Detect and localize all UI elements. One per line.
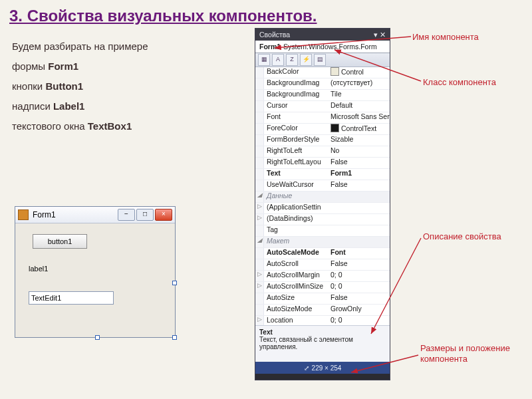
- close-button[interactable]: ×: [155, 209, 172, 221]
- property-grid[interactable]: BackColorControlBackgroundImag(отсутству…: [255, 67, 390, 325]
- properties-panel: Свойства ▾ ✕ Form1 System.Windows.Forms.…: [255, 28, 390, 380]
- property-row[interactable]: ForeColorControlText: [255, 124, 390, 135]
- property-row[interactable]: ▷AutoScrollMargin0; 0: [255, 271, 390, 282]
- property-row[interactable]: CursorDefault: [255, 101, 390, 112]
- minimize-button[interactable]: −: [118, 209, 135, 221]
- intro-text: Будем разбирать на примере формы Form1 к…: [12, 37, 218, 136]
- property-category[interactable]: ◢Макет: [255, 237, 390, 248]
- panel-header-buttons[interactable]: ▾ ✕: [374, 31, 386, 39]
- component-class: System.Windows.Forms.Form: [283, 43, 377, 51]
- object-selector[interactable]: Form1 System.Windows.Forms.Form: [255, 41, 390, 53]
- property-row[interactable]: ▷(ApplicationSettin: [255, 203, 390, 214]
- component-name: Form1: [259, 43, 281, 51]
- property-row[interactable]: UseWaitCursorFalse: [255, 180, 390, 192]
- button1[interactable]: button1: [33, 234, 87, 249]
- callout-size: Размеры и положение компонента: [420, 343, 513, 364]
- property-row[interactable]: Tag: [255, 225, 390, 237]
- property-row[interactable]: FormBorderStyleSizable: [255, 135, 390, 146]
- categorized-icon[interactable]: ▦: [258, 54, 270, 66]
- callout-name: Имя компонента: [412, 32, 505, 43]
- titlebar[interactable]: Form1 − □ ×: [15, 207, 175, 223]
- panel-header[interactable]: Свойства ▾ ✕: [255, 29, 390, 41]
- property-row[interactable]: ▷AutoScrollMinSize0; 0: [255, 282, 390, 293]
- callout-class: Класс компонента: [423, 77, 516, 88]
- property-row[interactable]: TextForm1: [255, 169, 390, 180]
- callout-desc: Описание свойства: [423, 231, 516, 242]
- property-row[interactable]: AutoScrollFalse: [255, 259, 390, 271]
- label1: label1: [29, 265, 48, 273]
- property-row[interactable]: RightToLeftNo: [255, 146, 390, 158]
- property-row[interactable]: BackColorControl: [255, 67, 390, 78]
- status-bar: ⤢ 229 × 254: [255, 362, 390, 374]
- size-icon: ⤢: [304, 364, 309, 372]
- property-row[interactable]: AutoSizeFalse: [255, 293, 390, 305]
- textedit1[interactable]: [29, 291, 114, 305]
- panel-toolbar: ▦ A Z ⚡ ▤: [255, 53, 390, 67]
- property-row[interactable]: ▷Location0; 0: [255, 316, 390, 325]
- events-icon[interactable]: ⚡: [300, 54, 312, 66]
- size-value: 229 × 254: [312, 364, 342, 372]
- property-row[interactable]: RightToLeftLayouFalse: [255, 158, 390, 169]
- form-icon: [18, 209, 29, 220]
- property-row[interactable]: FontMicrosoft Sans Serif: [255, 112, 390, 124]
- property-description: Text Текст, связанный с элементом управл…: [255, 325, 390, 362]
- property-row[interactable]: BackgroundImagTile: [255, 90, 390, 101]
- form-preview-window: Form1 − □ × button1 label1: [15, 206, 176, 338]
- alpha-icon[interactable]: A: [272, 54, 284, 66]
- maximize-button[interactable]: □: [136, 209, 154, 221]
- property-row[interactable]: AutoScaleModeFont: [255, 248, 390, 259]
- sort-icon[interactable]: Z: [286, 54, 298, 66]
- pages-icon[interactable]: ▤: [314, 54, 326, 66]
- property-row[interactable]: ▷(DataBindings): [255, 214, 390, 225]
- window-title: Form1: [33, 210, 116, 219]
- page-title: 3. Свойства визуальных компонентов.: [0, 0, 532, 28]
- property-category[interactable]: ◢Данные: [255, 192, 390, 203]
- property-row[interactable]: AutoSizeModeGrowOnly: [255, 305, 390, 316]
- property-row[interactable]: BackgroundImag(отсутствует): [255, 78, 390, 90]
